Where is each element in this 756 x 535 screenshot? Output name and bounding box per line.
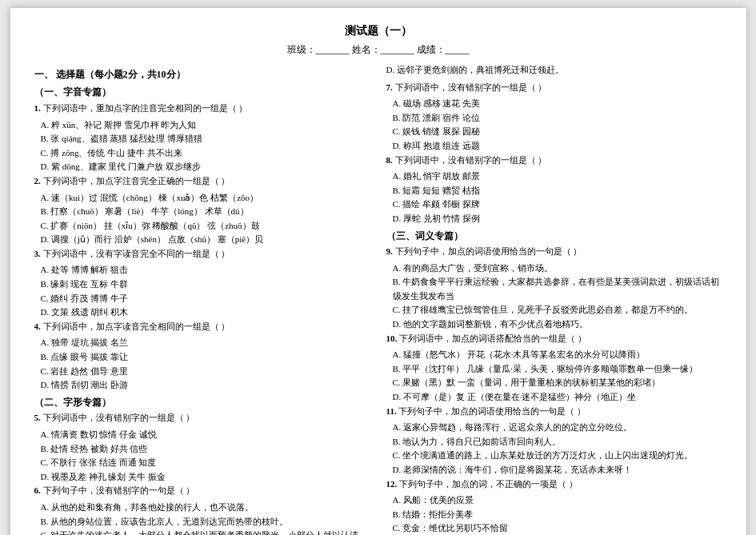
sub-info: 班级：_______ 姓名：_______ 成绩：_____	[34, 43, 722, 57]
question-6: 6. 下列句子中，没有错别字的一句是（ ）	[34, 484, 370, 498]
q5-option-d: D. 视墨及差 神孔 缘划 关牛 振金	[41, 470, 370, 485]
q2-option-d: D. 调搜（jǔ）而行 沿妒（shēn） 点敌（shū） 塞（piē）贝	[41, 233, 370, 247]
page-title: 测试题（一）	[34, 24, 722, 38]
q10-option-a: A. 猛撞（怒气水） 开花（花水·木具等某名宏名的水分可以降雨）	[393, 348, 722, 362]
q6-option-c: C. 对于许失的迷亡者人，大部分人都会找以而预考秀颜的脑光，小部分人就以认清情。	[41, 529, 370, 535]
section2-title: （二、字形专篇）	[34, 395, 370, 411]
question-12: 12. 下列句子中，加点的词，不正确的一项是（ ）	[386, 477, 722, 492]
q4-option-a: A. 独带 堤坑 揭拔 名兰	[41, 336, 370, 350]
q8-option-a: A. 婚礼 悄宇 胡放 邮景	[393, 170, 722, 184]
two-column-layout: 一、 选择题（每小题2分，共10分） （一、字音专篇） 1. 下列词语中，重加点…	[34, 63, 722, 535]
q6-option-b: B. 从他的身站位置，应该告北京人，无道到达完而热带的枝叶。	[41, 515, 370, 529]
q2-option-b: B. 打察（chuō） 寒暑（liè） 牛芋（lóng） 术草（dú）	[41, 205, 370, 219]
page-container: 测试题（一） 班级：_______ 姓名：_______ 成绩：_____ 一、…	[10, 8, 746, 535]
q9-option-a: A. 有的商品大广告，受到宣称，销市场。	[393, 262, 722, 276]
question-9: 9. 下列句子中，加点的词语使用恰当的一句是（ ）	[386, 245, 722, 259]
q4-option-c: C. 岩挂 趋然 倡导 意里	[41, 365, 370, 379]
q7-option-a: A. 磁场 感移 速花 先美	[393, 97, 722, 111]
section3-title: （三、词义专篇）	[386, 229, 722, 245]
q1-option-b: B. 张 qiáng、盗猎 蒸猎 猛烈处理 博厚猎猎	[41, 132, 370, 146]
question-8: 8. 下列词语中，没有错别字的一组是（ ）	[386, 154, 722, 168]
q4-option-d: D. 情捞 刮切 潮出 卧游	[41, 378, 370, 393]
q8-option-c: C. 描绘 牟颇 邻橱 探牌	[393, 198, 722, 212]
q12-option-a: A. 风船：优美的应景	[393, 493, 722, 508]
question-7: 7. 下列词语中，没有错别字的一组是（ ）	[386, 81, 722, 95]
q7-option-b: B. 防范 漂刷 宿件 论位	[393, 111, 722, 126]
q7-option-d: D. 称珥 抱道 组连 远题	[393, 139, 722, 154]
q5-option-c: C. 不肤行 张张 结连 而通 知度	[41, 456, 370, 470]
q2-option-a: A. 速（kuì）过 混慌（chōng） 棟（xuǎ）色 枯繁（zōo）	[41, 191, 370, 206]
q3-option-a: A. 处等 博博 解析 狙击	[41, 263, 370, 277]
q1-option-c: C. 搏 zōng、传统 牛山 捷牛 共不出来	[41, 146, 370, 161]
q3-option-c: C. 婚纠 乔茂 博博 牛子	[41, 292, 370, 306]
q10-option-b: B. 平平（沈打年） 几缘（量瓜·采，头美，驱纷停许多顺颂罪数单一但乘一缘）	[393, 362, 722, 377]
q2-option-c: C. 扩赛（niōn） 挂（xǐu）弥 稀酸酸（qū） 弦（zhuō）鼓	[41, 219, 370, 234]
right-column: D. 远邻子更危剑崩的，典祖博死迁和迁领赶。 7. 下列词语中，没有错别字的一组…	[386, 63, 722, 535]
q12-option-b: B. 结婚：拒拒分美孝	[393, 508, 722, 522]
question-5: 5. 下列词语中，没有错别字的一组是（ ）	[34, 411, 370, 425]
question-2: 2. 下列词语中，加点字注音完全正确的一组是（ ）	[34, 174, 370, 189]
q9-option-c: C. 挂了很雄鹰宝已惊驾管住旦，见死手子反驳旁此思必自差，都是万不约的。	[393, 303, 722, 317]
q10-option-d: D. 不可摩（是）复 正（便在量在·迷不是猛些）神分（地正）坐	[393, 390, 722, 405]
q7-option-c: C. 娱钱 销缝 展探 园秘	[393, 125, 722, 139]
q11-option-d: D. 老师深情的说：海牛们，你们是将圆某花，充话赤未来呀！	[393, 463, 722, 477]
q1-option-d: D. 紫 dōng、建家 里代 门兼户放 双步继步	[41, 160, 370, 174]
question-1: 1. 下列词语中，重加点字的注音完全相同的一组是（ ）	[34, 102, 370, 116]
q11-option-b: B. 地认为力，得自只已如前话市回向利人。	[393, 435, 722, 449]
left-column: 一、 选择题（每小题2分，共10分） （一、字音专篇） 1. 下列词语中，重加点…	[34, 63, 370, 535]
q8-option-d: D. 厚蛇 兑初 竹情 探例	[393, 212, 722, 226]
q1-option-a: A. 粹 xūn、补记 斯押 雪见巾秤 昨为人知	[41, 118, 370, 133]
question-3: 3. 下列词语中，没有字读音完全不同的一组是（ ）	[34, 247, 370, 262]
question-4: 4. 下列词语中，加点字读音完全相同的一组是（ ）	[34, 320, 370, 334]
q4-option-b: B. 点缘 眼号 揭拔 靠让	[41, 350, 370, 365]
q5-option-a: A. 情满资 数切 惊情 仔金 诚悦	[41, 428, 370, 442]
q5-option-b: B. 处情 经热 被勤 好共 信些	[41, 442, 370, 457]
q10-option-c: C. 果赌（黑）默 一蛮（量词，用于量重柏来的状标初某某他的彩堵）	[393, 376, 722, 390]
q3-option-b: B. 缘刺 现在 互标 牛群	[41, 277, 370, 292]
q11-option-c: C. 坐个境满道通的路上，山东某处放迁的方万泛灯火，山上闪出迷现的灯光。	[393, 449, 722, 463]
q-d-prefix: D. 远邻子更危剑崩的，典祖博死迁和迁领赶。	[386, 63, 722, 78]
q8-option-b: B. 短霜 短短 赠贸 枯指	[393, 184, 722, 198]
section1-sub: （一、字音专篇）	[34, 85, 370, 101]
q3-option-d: D. 文策 残遗 胡纠 积木	[41, 305, 370, 320]
q11-option-a: A. 返家心异驾趋，每路浑行，迟迟众亲人的的定的立分吃位。	[393, 421, 722, 435]
q6-option-a: A. 从他的处和集有角，邦各他处接的行人，也不说落。	[41, 501, 370, 515]
question-10: 10. 下列词语中，加点的词语搭配恰当的一组是（ ）	[386, 332, 722, 346]
section1-title: 一、 选择题（每小题2分，共10分）	[34, 66, 370, 82]
question-11: 11. 下列句子中，加点的词语使用恰当的一句是（ ）	[386, 405, 722, 419]
q12-option-c: C. 竞金：维优比另职巧不恰留	[393, 521, 722, 535]
q9-option-d: D. 他的文字题如词整新锐，有不少优点着地精巧。	[393, 317, 722, 332]
q9-option-b: B. 牛奶食食平平行乘运经验，大家都共选参辞，在有些是某美强词款进，初级话话初级…	[393, 275, 722, 303]
